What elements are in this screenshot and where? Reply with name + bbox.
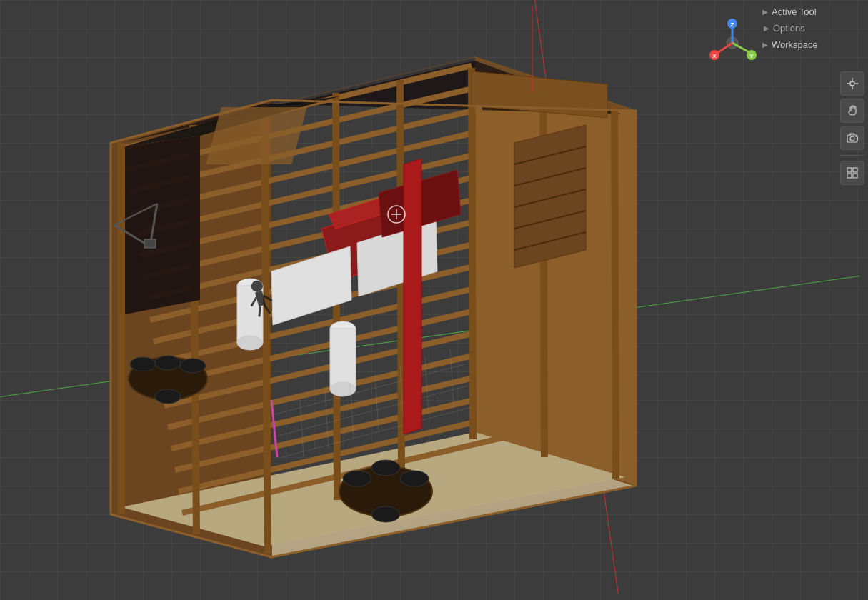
active-tool-menu[interactable]: ▶ Active Tool: [761, 4, 861, 20]
svg-point-42: [180, 359, 206, 373]
svg-line-67: [300, 400, 304, 457]
svg-point-58: [237, 336, 263, 350]
workspace-menu[interactable]: ▶ Workspace: [761, 36, 861, 53]
svg-text:X: X: [712, 53, 717, 59]
svg-rect-60: [330, 329, 356, 389]
svg-point-45: [343, 471, 371, 486]
svg-line-73: [450, 349, 454, 406]
svg-rect-34: [206, 107, 306, 164]
building-model: [0, 0, 868, 600]
svg-point-100: [850, 81, 854, 86]
svg-point-61: [330, 382, 356, 396]
camera-tool-button[interactable]: [840, 126, 864, 150]
svg-point-47: [371, 506, 400, 522]
svg-line-26: [264, 106, 268, 554]
active-tool-label: Active Tool: [772, 6, 817, 17]
svg-line-31: [614, 106, 616, 479]
svg-point-48: [371, 460, 400, 476]
options-label: Options: [773, 23, 805, 34]
tool-separator: [840, 155, 864, 156]
tool-buttons-panel: [840, 71, 864, 185]
svg-rect-87: [144, 239, 156, 248]
svg-rect-110: [847, 174, 852, 178]
svg-marker-80: [404, 159, 421, 434]
svg-line-68: [325, 391, 329, 449]
svg-marker-33: [125, 136, 200, 314]
menu-panel: ▶ Active Tool ▶ Options ▶ Workspace: [754, 0, 868, 56]
svg-point-44: [155, 356, 181, 370]
active-tool-chevron: ▶: [762, 8, 768, 16]
svg-point-106: [850, 136, 854, 141]
cursor-tool-button[interactable]: [840, 71, 864, 96]
workspace-label: Workspace: [772, 39, 818, 50]
svg-rect-111: [853, 174, 857, 178]
svg-text:Z: Z: [731, 21, 734, 28]
3d-viewport[interactable]: Z Y X ▶ Active Tool ▶ Options ▶ Workspac…: [0, 0, 868, 600]
grid-tool-button[interactable]: [840, 161, 864, 185]
svg-rect-108: [847, 168, 852, 172]
svg-point-107: [856, 136, 857, 137]
hand-tool-button[interactable]: [840, 99, 864, 123]
svg-point-46: [400, 471, 429, 486]
svg-rect-109: [853, 168, 857, 172]
options-chevron: ▶: [764, 24, 769, 32]
svg-marker-49: [514, 125, 586, 268]
workspace-chevron: ▶: [762, 41, 768, 49]
options-menu[interactable]: ▶ Options: [761, 20, 861, 36]
svg-point-43: [155, 389, 181, 404]
axis-widget[interactable]: Z Y X: [707, 18, 757, 68]
svg-line-29: [472, 68, 473, 439]
svg-point-41: [130, 357, 156, 371]
